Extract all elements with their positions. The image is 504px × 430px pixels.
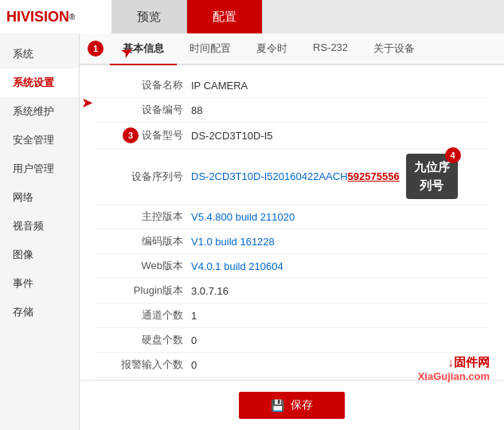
save-label: 保存 <box>291 398 313 412</box>
table-row: Plugin版本 3.0.7.16 <box>96 279 488 303</box>
annotation-1: 1 <box>88 41 104 57</box>
field-value-disks: 0 <box>191 334 197 346</box>
table-row: 硬盘个数 0 <box>96 328 488 353</box>
table-row: 通道个数 1 <box>96 303 488 328</box>
sidebar-item-av[interactable]: 视音频 <box>0 212 79 240</box>
subtab-about[interactable]: 关于设备 <box>361 33 428 65</box>
field-value-channels: 1 <box>191 310 197 322</box>
field-label-disks: 硬盘个数 <box>96 333 191 347</box>
field-label-device-model: 设备型号 <box>142 128 183 143</box>
sub-tabs: 1 基本信息 时间配置 夏令时 RS-232 关于设备 <box>80 33 504 65</box>
field-label-web-version: Web版本 <box>96 259 191 273</box>
table-row: 设备名称 IP CAMERA <box>96 73 488 98</box>
table-row: 设备编号 88 <box>96 98 488 123</box>
field-value-alarm-in: 0 <box>191 359 197 371</box>
save-button[interactable]: 💾 保存 <box>239 392 345 419</box>
tab-config[interactable]: 配置 <box>187 0 263 33</box>
annotation-4: 4 <box>445 147 461 163</box>
sidebar-item-system-settings[interactable]: 系统设置 <box>0 68 79 97</box>
logo-registered: ® <box>69 13 75 22</box>
field-label-alarm-in: 报警输入个数 <box>96 358 191 372</box>
field-label-device-id: 设备编号 <box>96 103 191 117</box>
field-value-web-version: V4.0.1 build 210604 <box>191 260 283 272</box>
save-icon: 💾 <box>271 399 284 412</box>
bottom-bar: 💾 保存 <box>80 380 504 430</box>
content-area: 1 基本信息 时间配置 夏令时 RS-232 关于设备 <box>80 33 504 430</box>
top-nav-tabs: 预览 配置 <box>111 0 504 33</box>
sidebar-item-users[interactable]: 用户管理 <box>0 154 79 183</box>
subtab-dst[interactable]: 夏令时 <box>244 33 300 65</box>
field-label-main-version: 主控版本 <box>96 209 191 224</box>
field-value-device-model: DS-2CD3T10D-I5 <box>191 130 273 142</box>
table-row: 报警输入个数 0 <box>96 353 488 377</box>
logo-accent: VISION <box>21 9 69 25</box>
field-label-serial: 设备序列号 <box>96 170 191 184</box>
logo: HIVISION® <box>0 0 111 33</box>
table-row: 3 设备型号 DS-2CD3T10D-I5 <box>96 123 488 149</box>
serial-prefix: DS-2CD3T10D-I520160422AACH <box>191 170 348 182</box>
table-row: 主控版本 V5.4.800 build 211020 <box>96 205 488 229</box>
sidebar-item-event[interactable]: 事件 <box>0 269 79 298</box>
field-value-device-name: IP CAMERA <box>191 80 248 92</box>
info-table: 设备名称 IP CAMERA 设备编号 88 <box>80 65 504 380</box>
sidebar-item-system[interactable]: 系统 <box>0 40 79 68</box>
main-layout: 系统 系统设置 系统维护 安全管理 用户管理 网络 视音频 图像 <box>0 33 504 430</box>
subtab-time[interactable]: 时间配置 <box>177 33 244 65</box>
field-value-plugin-version: 3.0.7.16 <box>191 285 229 297</box>
field-label-channels: 通道个数 <box>96 308 191 322</box>
serial-tooltip: 九位序列号 4 <box>406 154 458 199</box>
sidebar-item-image[interactable]: 图像 <box>0 240 79 269</box>
tab-preview[interactable]: 预览 <box>111 0 187 33</box>
sidebar-item-security[interactable]: 安全管理 <box>0 126 79 154</box>
field-value-serial: DS-2CD3T10D-I520160422AACH592575556 九位序列… <box>191 154 458 199</box>
field-value-main-version: V5.4.800 build 211020 <box>191 211 295 223</box>
field-label-encode-version: 编码版本 <box>96 234 191 248</box>
field-label-plugin-version: Plugin版本 <box>96 283 191 298</box>
field-value-device-id: 88 <box>191 104 202 116</box>
field-label-device-name: 设备名称 <box>96 78 191 92</box>
table-row: Web版本 V4.0.1 build 210604 <box>96 254 488 279</box>
field-value-encode-version: V1.0 build 161228 <box>191 236 275 248</box>
annotation-3: 3 <box>123 127 139 143</box>
sidebar-item-network[interactable]: 网络 <box>0 183 79 212</box>
subtab-rs232[interactable]: RS-232 <box>300 33 361 65</box>
sidebar-item-maintenance[interactable]: 系统维护 <box>0 97 79 126</box>
sidebar: 系统 系统设置 系统维护 安全管理 用户管理 网络 视音频 图像 <box>0 33 80 430</box>
sidebar-item-storage[interactable]: 存储 <box>0 298 79 326</box>
top-nav: HIVISION® 预览 配置 <box>0 0 504 33</box>
serial-suffix: 592575556 <box>348 170 400 182</box>
logo-brand: HI <box>6 9 21 25</box>
subtab-basic[interactable]: 基本信息 <box>110 33 177 65</box>
table-row: 编码版本 V1.0 build 161228 <box>96 229 488 254</box>
table-row-serial: 设备序列号 DS-2CD3T10D-I520160422AACH59257555… <box>96 149 488 205</box>
